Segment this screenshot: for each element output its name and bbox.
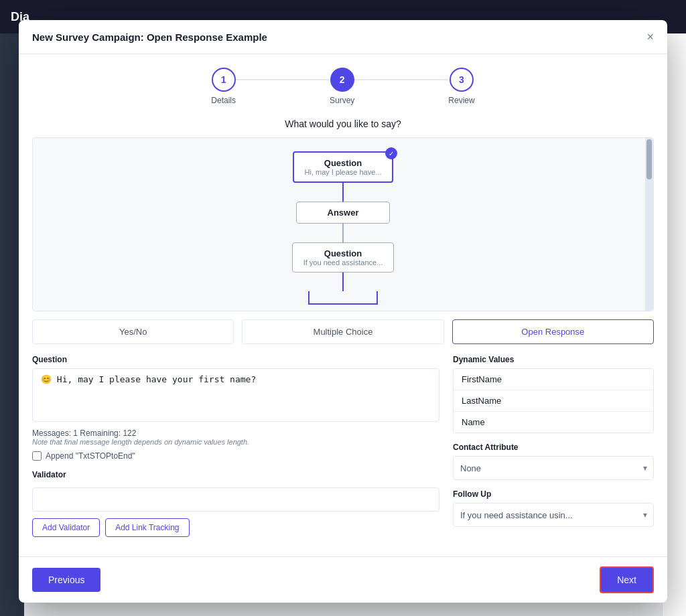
step-2: 2 Survey (330, 68, 354, 105)
node-1-sub: Hi, may I please have... (305, 168, 382, 176)
validator-label: Validator (32, 470, 439, 479)
node-check-icon: ✓ (385, 147, 397, 159)
survey-modal: New Survey Campaign: Open Response Examp… (19, 20, 667, 603)
branch-horizontal (310, 303, 376, 305)
type-buttons-row: Yes/No Multiple Choice Open Response (32, 319, 654, 344)
modal-footer: Previous Next (19, 556, 667, 603)
type-btn-open[interactable]: Open Response (452, 319, 654, 344)
form-area: Yes/No Multiple Choice Open Response Que… (19, 311, 667, 556)
step-2-circle: 2 (330, 68, 354, 92)
left-column: Question 😊 Hi, may I please have your fi… (32, 355, 439, 537)
section-title: What would you like to say? (19, 119, 667, 129)
node-2-title: Question (303, 248, 383, 258)
validator-input[interactable] (32, 487, 439, 512)
flow-connector-1 (342, 183, 344, 202)
flow-node-answer[interactable]: Answer (296, 202, 390, 224)
flow-node-question-2[interactable]: Question If you need assistance... (292, 242, 395, 273)
answer-label: Answer (307, 208, 379, 218)
messages-note: Note that final message length depends o… (32, 438, 439, 446)
follow-up-select[interactable]: If you need assistance usin... (453, 503, 654, 527)
branch-right (376, 291, 378, 305)
follow-up-label: Follow Up (453, 489, 654, 499)
dynamic-values-list: FirstName LastName Name (453, 368, 654, 433)
contact-attr-wrapper: None (453, 456, 654, 480)
append-checkbox[interactable] (32, 451, 42, 461)
follow-up-section: Follow Up If you need assistance usin... (453, 489, 654, 527)
type-btn-multiple[interactable]: Multiple Choice (242, 319, 443, 344)
step-2-label: Survey (330, 96, 354, 105)
append-row: Append "TxtSTOPtoEnd" (32, 451, 439, 461)
add-link-tracking-button[interactable]: Add Link Tracking (105, 518, 189, 537)
flow-content: ✓ Question Hi, may I please have... Answ… (33, 138, 653, 311)
contact-attr-label: Contact Attribute (453, 443, 654, 452)
validator-section: Validator Add Validator Add Link Trackin… (32, 470, 439, 537)
modal-title: New Survey Campaign: Open Response Examp… (32, 31, 267, 43)
contact-attr-select[interactable]: None (453, 456, 654, 480)
flow-connector-2 (342, 224, 344, 242)
flow-connector-3 (342, 273, 344, 291)
step-line-1 (236, 79, 330, 80)
step-1-circle: 1 (212, 68, 236, 92)
dv-item-lastname[interactable]: LastName (454, 390, 653, 412)
node-1-title: Question (305, 158, 382, 168)
type-btn-yesno[interactable]: Yes/No (32, 319, 234, 344)
modal-close-button[interactable]: × (646, 31, 654, 43)
contact-attribute-section: Contact Attribute None (453, 443, 654, 480)
branch-left (308, 291, 310, 305)
node-2-sub: If you need assistance... (303, 258, 383, 266)
next-button[interactable]: Next (600, 566, 654, 593)
dv-item-firstname[interactable]: FirstName (454, 369, 653, 390)
follow-up-wrapper: If you need assistance usin... (453, 503, 654, 527)
previous-button[interactable]: Previous (32, 568, 100, 592)
flow-scrollthumb (646, 139, 652, 179)
question-textarea[interactable]: 😊 Hi, may I please have your first name? (32, 368, 439, 422)
messages-info: Messages: 1 Remaining: 122 (32, 429, 439, 438)
flow-diagram: ✓ Question Hi, may I please have... Answ… (32, 137, 654, 311)
action-buttons: Add Validator Add Link Tracking (32, 518, 439, 537)
dynamic-values-label: Dynamic Values (453, 355, 654, 364)
add-validator-button[interactable]: Add Validator (32, 518, 100, 537)
sidebar-text (0, 33, 5, 44)
two-col-layout: Question 😊 Hi, may I please have your fi… (32, 355, 654, 537)
flow-scrollbar[interactable] (645, 138, 653, 311)
step-3: 3 Review (448, 68, 474, 105)
branch-area (308, 291, 378, 305)
question-field-label: Question (32, 355, 439, 364)
step-1: 1 Details (211, 68, 236, 105)
modal-header: New Survey Campaign: Open Response Examp… (19, 20, 667, 54)
dv-item-name[interactable]: Name (454, 412, 653, 433)
dynamic-values-section: Dynamic Values FirstName LastName Name (453, 355, 654, 433)
step-3-circle: 3 (450, 68, 474, 92)
flow-node-question-1[interactable]: ✓ Question Hi, may I please have... (293, 151, 394, 183)
stepper: 1 Details 2 Survey 3 Review (19, 54, 667, 119)
step-line-2 (354, 79, 448, 80)
step-1-label: Details (211, 96, 236, 105)
append-label: Append "TxtSTOPtoEnd" (46, 451, 135, 461)
step-3-label: Review (448, 96, 474, 105)
right-column: Dynamic Values FirstName LastName Name C… (453, 355, 654, 537)
